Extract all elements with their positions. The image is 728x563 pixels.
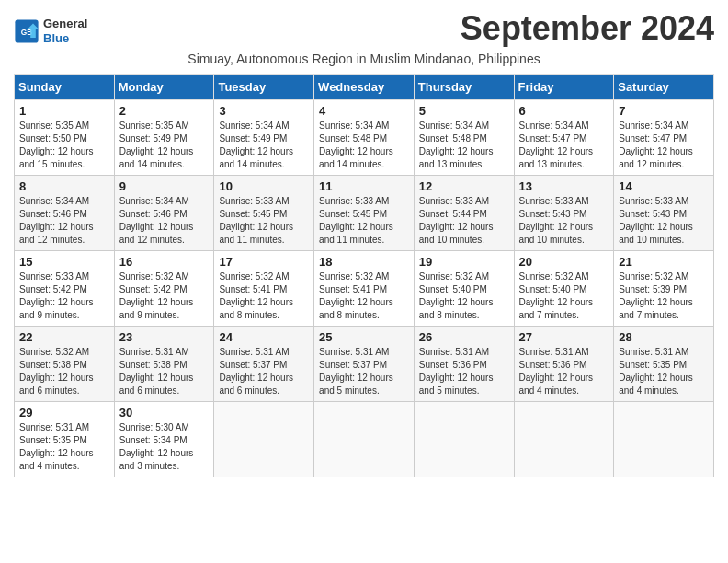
day-number: 4 (319, 104, 409, 118)
day-info: Sunrise: 5:31 AM Sunset: 5:36 PM Dayligh… (419, 346, 509, 397)
calendar-week-row: 29Sunrise: 5:31 AM Sunset: 5:35 PM Dayli… (15, 402, 714, 477)
calendar-cell: 11Sunrise: 5:33 AM Sunset: 5:45 PM Dayli… (314, 176, 415, 251)
calendar-week-row: 22Sunrise: 5:32 AM Sunset: 5:38 PM Dayli… (15, 327, 714, 402)
calendar-cell: 22Sunrise: 5:32 AM Sunset: 5:38 PM Dayli… (15, 327, 115, 402)
day-number: 29 (19, 406, 109, 419)
logo: GB General Blue (14, 17, 87, 45)
calendar-cell: 4Sunrise: 5:34 AM Sunset: 5:48 PM Daylig… (314, 100, 415, 176)
calendar-cell: 16Sunrise: 5:32 AM Sunset: 5:42 PM Dayli… (114, 251, 214, 327)
calendar-cell: 28Sunrise: 5:31 AM Sunset: 5:35 PM Dayli… (614, 327, 714, 402)
day-number: 1 (19, 104, 109, 118)
day-number: 30 (119, 406, 210, 419)
day-info: Sunrise: 5:32 AM Sunset: 5:41 PM Dayligh… (219, 270, 309, 322)
day-number: 7 (619, 104, 709, 118)
calendar-cell: 13Sunrise: 5:33 AM Sunset: 5:43 PM Dayli… (514, 176, 614, 251)
day-info: Sunrise: 5:32 AM Sunset: 5:40 PM Dayligh… (419, 270, 509, 322)
calendar-cell: 23Sunrise: 5:31 AM Sunset: 5:38 PM Dayli… (114, 327, 214, 402)
calendar-cell: 25Sunrise: 5:31 AM Sunset: 5:37 PM Dayli… (314, 327, 415, 402)
day-info: Sunrise: 5:31 AM Sunset: 5:36 PM Dayligh… (519, 346, 609, 397)
day-number: 16 (119, 255, 210, 269)
day-number: 28 (619, 330, 709, 344)
logo-text-line1: General (43, 17, 87, 31)
calendar-week-row: 15Sunrise: 5:33 AM Sunset: 5:42 PM Dayli… (15, 251, 714, 327)
day-info: Sunrise: 5:31 AM Sunset: 5:35 PM Dayligh… (619, 346, 709, 397)
day-info: Sunrise: 5:32 AM Sunset: 5:40 PM Dayligh… (519, 270, 609, 322)
day-number: 11 (319, 179, 409, 193)
day-number: 2 (119, 104, 210, 118)
day-info: Sunrise: 5:31 AM Sunset: 5:38 PM Dayligh… (119, 346, 210, 397)
day-info: Sunrise: 5:33 AM Sunset: 5:45 PM Dayligh… (219, 195, 309, 247)
calendar-cell (314, 402, 415, 477)
day-info: Sunrise: 5:32 AM Sunset: 5:39 PM Dayligh… (619, 270, 709, 322)
day-number: 10 (219, 179, 309, 193)
day-number: 3 (219, 104, 309, 118)
day-number: 17 (219, 255, 309, 269)
weekday-header-thursday: Thursday (414, 75, 514, 100)
weekday-header-sunday: Sunday (15, 75, 115, 100)
logo-general: General (43, 17, 87, 30)
calendar-cell: 14Sunrise: 5:33 AM Sunset: 5:43 PM Dayli… (614, 176, 714, 251)
day-info: Sunrise: 5:32 AM Sunset: 5:42 PM Dayligh… (119, 270, 210, 322)
day-info: Sunrise: 5:34 AM Sunset: 5:47 PM Dayligh… (519, 120, 609, 171)
day-info: Sunrise: 5:33 AM Sunset: 5:43 PM Dayligh… (519, 195, 609, 247)
day-number: 18 (319, 255, 409, 269)
day-info: Sunrise: 5:34 AM Sunset: 5:46 PM Dayligh… (19, 195, 109, 247)
calendar-cell: 3Sunrise: 5:34 AM Sunset: 5:49 PM Daylig… (214, 100, 314, 176)
calendar-cell: 2Sunrise: 5:35 AM Sunset: 5:49 PM Daylig… (114, 100, 214, 176)
day-number: 15 (19, 255, 109, 269)
logo-text-line2: Blue (43, 31, 87, 46)
calendar-week-row: 1Sunrise: 5:35 AM Sunset: 5:50 PM Daylig… (15, 100, 714, 176)
calendar-cell: 12Sunrise: 5:33 AM Sunset: 5:44 PM Dayli… (414, 176, 514, 251)
day-info: Sunrise: 5:34 AM Sunset: 5:47 PM Dayligh… (619, 120, 709, 171)
calendar-cell: 21Sunrise: 5:32 AM Sunset: 5:39 PM Dayli… (614, 251, 714, 327)
calendar-cell: 15Sunrise: 5:33 AM Sunset: 5:42 PM Dayli… (15, 251, 115, 327)
calendar-cell: 18Sunrise: 5:32 AM Sunset: 5:41 PM Dayli… (314, 251, 415, 327)
calendar-cell: 26Sunrise: 5:31 AM Sunset: 5:36 PM Dayli… (414, 327, 514, 402)
calendar-cell: 27Sunrise: 5:31 AM Sunset: 5:36 PM Dayli… (514, 327, 614, 402)
calendar-cell: 30Sunrise: 5:30 AM Sunset: 5:34 PM Dayli… (114, 402, 214, 477)
calendar-cell: 1Sunrise: 5:35 AM Sunset: 5:50 PM Daylig… (15, 100, 115, 176)
subtitle: Simuay, Autonomous Region in Muslim Mind… (14, 52, 714, 66)
day-number: 20 (519, 255, 609, 269)
calendar-cell (214, 402, 314, 477)
day-number: 24 (219, 330, 309, 344)
weekday-header-saturday: Saturday (614, 75, 714, 100)
day-info: Sunrise: 5:34 AM Sunset: 5:48 PM Dayligh… (319, 120, 409, 171)
day-number: 5 (419, 104, 509, 118)
day-info: Sunrise: 5:33 AM Sunset: 5:45 PM Dayligh… (319, 195, 409, 247)
calendar-cell: 6Sunrise: 5:34 AM Sunset: 5:47 PM Daylig… (514, 100, 614, 176)
day-number: 8 (19, 179, 109, 193)
day-number: 22 (19, 330, 109, 344)
day-info: Sunrise: 5:31 AM Sunset: 5:37 PM Dayligh… (219, 346, 309, 397)
day-number: 26 (419, 330, 509, 344)
day-info: Sunrise: 5:34 AM Sunset: 5:49 PM Dayligh… (219, 120, 309, 171)
calendar-table: SundayMondayTuesdayWednesdayThursdayFrid… (14, 74, 714, 477)
day-info: Sunrise: 5:33 AM Sunset: 5:44 PM Dayligh… (419, 195, 509, 247)
calendar-cell: 17Sunrise: 5:32 AM Sunset: 5:41 PM Dayli… (214, 251, 314, 327)
weekday-header-monday: Monday (114, 75, 214, 100)
day-info: Sunrise: 5:31 AM Sunset: 5:37 PM Dayligh… (319, 346, 409, 397)
weekday-header-wednesday: Wednesday (314, 75, 415, 100)
calendar-cell: 20Sunrise: 5:32 AM Sunset: 5:40 PM Dayli… (514, 251, 614, 327)
calendar-cell (614, 402, 714, 477)
calendar-cell: 19Sunrise: 5:32 AM Sunset: 5:40 PM Dayli… (414, 251, 514, 327)
day-number: 25 (319, 330, 409, 344)
logo-icon: GB (14, 18, 40, 44)
header: GB General Blue September 2024 (14, 9, 714, 48)
day-number: 13 (519, 179, 609, 193)
day-info: Sunrise: 5:31 AM Sunset: 5:35 PM Dayligh… (19, 421, 109, 473)
day-info: Sunrise: 5:35 AM Sunset: 5:49 PM Dayligh… (119, 120, 210, 171)
day-info: Sunrise: 5:33 AM Sunset: 5:43 PM Dayligh… (619, 195, 709, 247)
day-info: Sunrise: 5:34 AM Sunset: 5:46 PM Dayligh… (119, 195, 210, 247)
weekday-header-friday: Friday (514, 75, 614, 100)
day-number: 12 (419, 179, 509, 193)
calendar-cell (514, 402, 614, 477)
logo-blue-text: Blue (43, 31, 69, 45)
calendar-cell: 29Sunrise: 5:31 AM Sunset: 5:35 PM Dayli… (15, 402, 115, 477)
day-number: 14 (619, 179, 709, 193)
day-info: Sunrise: 5:30 AM Sunset: 5:34 PM Dayligh… (119, 421, 210, 473)
calendar-cell: 10Sunrise: 5:33 AM Sunset: 5:45 PM Dayli… (214, 176, 314, 251)
weekday-header-tuesday: Tuesday (214, 75, 314, 100)
calendar-cell: 9Sunrise: 5:34 AM Sunset: 5:46 PM Daylig… (114, 176, 214, 251)
day-number: 23 (119, 330, 210, 344)
